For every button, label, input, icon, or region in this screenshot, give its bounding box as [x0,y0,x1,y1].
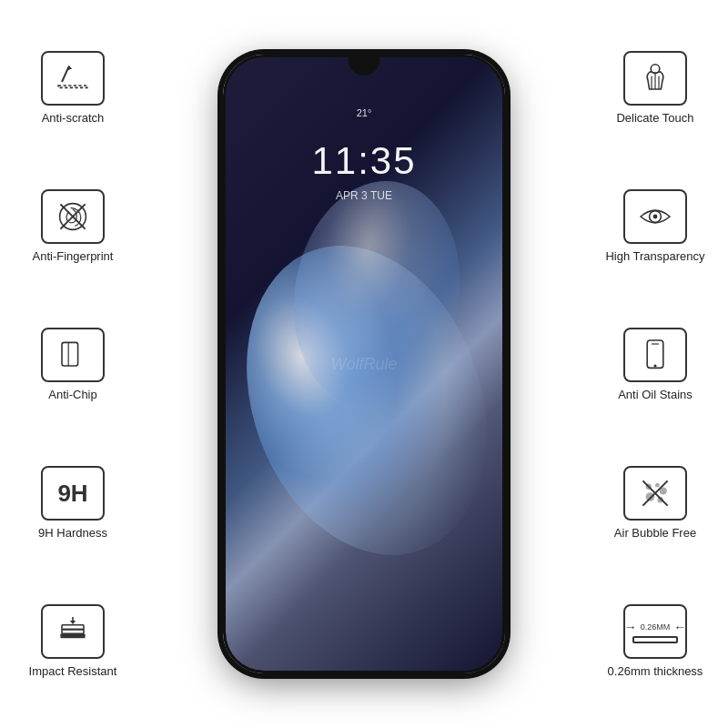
air-bubble-icon-box [623,466,687,521]
anti-scratch-icon-box [41,51,105,106]
svg-marker-12 [70,621,76,624]
feature-thickness: → 0.26MM ← 0.26mm thickness [608,604,703,678]
temperature-display: 21° [357,107,372,118]
feature-air-bubble-free: Air Bubble Free [614,466,696,540]
svg-rect-0 [58,86,87,87]
thickness-bar [632,636,678,643]
air-bubble-free-label: Air Bubble Free [614,526,696,540]
anti-fingerprint-label: Anti-Fingerprint [33,249,114,263]
eye-icon [637,198,673,235]
feature-anti-chip: Anti-Chip [41,328,105,401]
main-container: Anti-scratch Anti-Fingerprint [0,0,728,728]
fingerprint-icon [55,198,91,235]
status-bar: 21° [226,107,502,118]
impact-icon [55,613,91,650]
anti-fingerprint-icon-box [41,189,105,244]
anti-oil-icon-box [623,328,687,382]
phone-small-icon [637,337,673,373]
watermark: WolfRule [330,355,397,374]
feature-anti-scratch: Anti-scratch [41,51,105,125]
high-transparency-icon-box [623,189,687,244]
feature-anti-oil-stains: Anti Oil Stains [618,328,693,401]
feature-delicate-touch: Delicate Touch [616,51,693,125]
svg-point-25 [646,492,655,501]
feature-9h-hardness: 9H 9H Hardness [38,466,107,540]
anti-scratch-label: Anti-scratch [42,111,105,125]
feature-high-transparency: High Transparency [605,189,704,263]
thickness-icon-box: → 0.26MM ← [623,604,687,659]
left-features-column: Anti-scratch Anti-Fingerprint [0,0,146,728]
svg-point-18 [653,214,658,218]
feature-anti-fingerprint: Anti-Fingerprint [33,189,114,263]
thickness-arrows: → 0.26MM ← [624,620,687,634]
9h-hardness-label: 9H Hardness [38,526,107,540]
touch-icon [637,60,673,96]
right-features-column: Delicate Touch High Transparency [582,0,728,728]
feature-impact-resistant: Impact Resistant [29,604,117,678]
anti-oil-stains-label: Anti Oil Stains [618,388,693,401]
svg-rect-6 [62,342,78,366]
svg-rect-10 [62,624,84,629]
9h-icon-box: 9H [41,466,105,521]
bubble-icon [637,475,673,511]
time-display: 11:35 [226,139,502,183]
date-display: APR 3 TUE [226,189,502,202]
delicate-touch-label: Delicate Touch [616,111,693,125]
thickness-label: 0.26mm thickness [608,664,703,678]
anti-chip-icon-box [41,328,105,382]
high-transparency-label: High Transparency [605,249,704,263]
delicate-touch-icon-box [623,51,687,106]
svg-point-23 [655,482,660,487]
thickness-value-small: 0.26MM [641,622,671,632]
impact-icon-box [41,604,105,659]
impact-resistant-label: Impact Resistant [29,664,117,678]
arrow-left: → [624,620,637,634]
phone-center: 21° 11:35 APR 3 TUE WolfRule [146,0,582,728]
chip-icon [55,337,91,373]
anti-chip-label: Anti-Chip [48,388,96,401]
9h-text-icon: 9H [57,481,87,505]
phone-wrapper: 21° 11:35 APR 3 TUE WolfRule [223,55,505,673]
svg-point-20 [653,364,656,367]
phone-body: 21° 11:35 APR 3 TUE WolfRule [223,55,505,673]
arrow-right: ← [673,620,686,634]
scratch-icon [55,60,91,96]
svg-line-1 [62,66,69,82]
thickness-visual: → 0.26MM ← [624,620,687,643]
